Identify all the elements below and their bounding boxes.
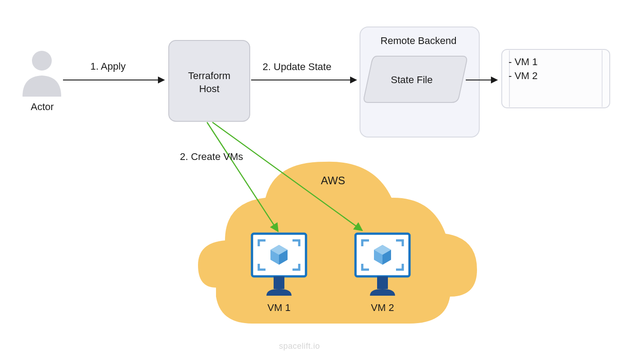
vm2-label: VM 2 bbox=[364, 302, 400, 314]
watermark: spacelift.io bbox=[279, 342, 320, 351]
actor-label: Actor bbox=[24, 101, 60, 113]
vm-list: - VM 1 - VM 2 bbox=[508, 55, 580, 83]
vm-list-item: - VM 1 bbox=[508, 56, 538, 67]
vm1-label: VM 1 bbox=[261, 302, 297, 314]
arrow-update-state-label: 2. Update State bbox=[252, 61, 342, 73]
actor-icon bbox=[22, 51, 61, 97]
svg-rect-7 bbox=[377, 276, 388, 289]
svg-rect-5 bbox=[274, 276, 284, 289]
vm-list-item: - VM 2 bbox=[508, 70, 538, 81]
state-file-label: State File bbox=[380, 74, 443, 86]
arrow-create-vms-label: 2. Create VMs bbox=[171, 151, 252, 163]
aws-label: AWS bbox=[315, 174, 351, 187]
terraform-host-line2: Host bbox=[199, 83, 219, 94]
arrow-apply-label: 1. Apply bbox=[81, 61, 135, 72]
remote-backend-title: Remote Backend bbox=[369, 35, 468, 47]
terraform-host-line1: Terraform bbox=[188, 70, 230, 81]
svg-point-0 bbox=[32, 51, 52, 71]
terraform-host-label: Terraform Host bbox=[173, 70, 245, 95]
